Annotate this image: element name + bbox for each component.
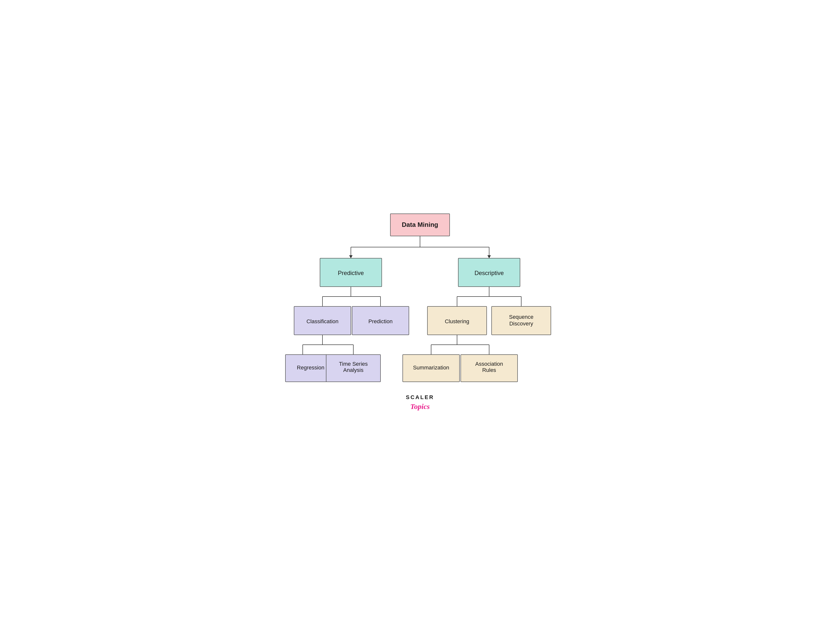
node-time-series-label: Time Series	[339, 361, 368, 367]
branding-topics: Topics	[410, 402, 430, 411]
node-clustering-label: Clustering	[445, 318, 469, 325]
svg-marker-5	[488, 255, 491, 258]
node-regression-label: Regression	[297, 364, 324, 371]
node-prediction-label: Prediction	[368, 318, 393, 325]
node-descriptive-label: Descriptive	[475, 269, 504, 276]
node-sequence-discovery-label: Sequence	[509, 314, 533, 320]
node-sequence-discovery-label2: Discovery	[509, 321, 533, 327]
node-time-series-label2: Analysis	[343, 367, 363, 373]
node-association-rules-label2: Rules	[482, 367, 496, 373]
node-association-rules-label: Association	[475, 361, 503, 367]
node-predictive-label: Predictive	[338, 269, 364, 276]
svg-marker-4	[349, 255, 352, 258]
branding-scaler: SCALER	[406, 394, 434, 400]
tree-diagram: Data Mining Predictive Descriptive Class…	[284, 209, 556, 411]
node-root-label: Data Mining	[402, 221, 438, 228]
node-summarization-label: Summarization	[413, 364, 449, 371]
diagram-container: Data Mining Predictive Descriptive Class…	[284, 209, 556, 411]
node-classification-label: Classification	[306, 318, 339, 325]
